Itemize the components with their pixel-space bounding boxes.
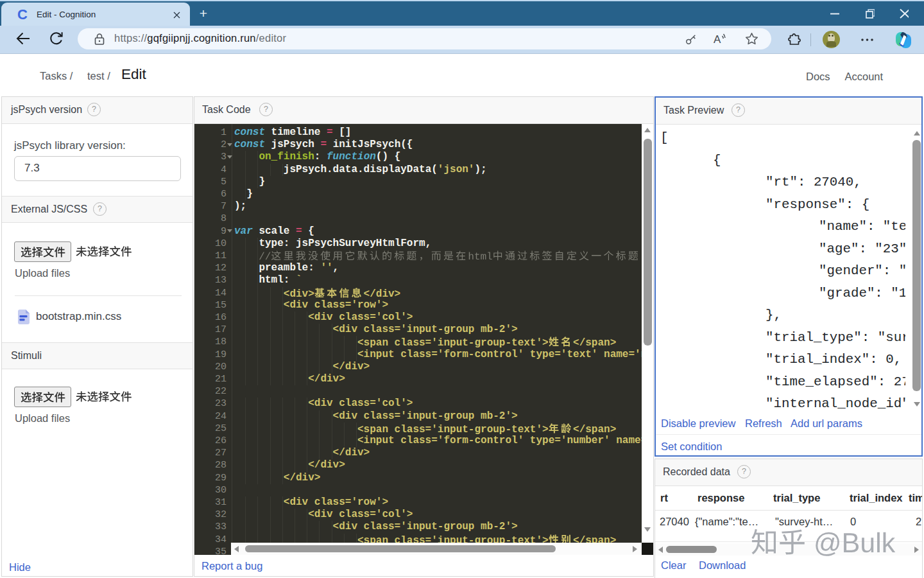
svg-text:A: A [714, 33, 721, 46]
